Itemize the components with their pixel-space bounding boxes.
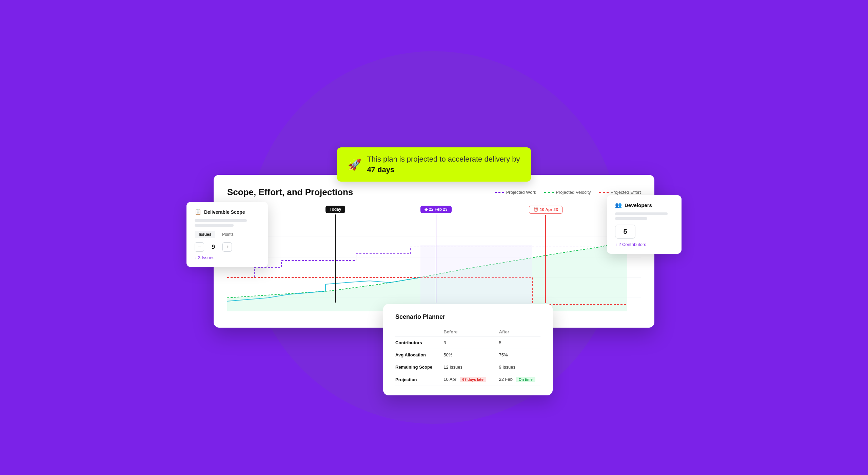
- legend-line-green: [544, 192, 554, 193]
- issues-link[interactable]: ↓ 3 Issues: [195, 255, 260, 260]
- legend-projected-effort: Projected Effort: [599, 190, 641, 195]
- projection-before-date: 10 Apr: [443, 377, 456, 382]
- row-scope-label: Remaining Scope: [395, 361, 437, 373]
- stepper-decrease[interactable]: −: [195, 242, 204, 252]
- col-before: Before: [437, 327, 492, 337]
- contributors-link: ↑ 2 Contributors: [615, 242, 673, 247]
- row-scope-after: 9 Issues: [492, 361, 540, 373]
- line-today: [335, 214, 336, 303]
- legend-line-red: [599, 192, 609, 193]
- badge-late: 67 days late: [460, 377, 486, 382]
- notification-text: This plan is projected to accelerate del…: [367, 154, 520, 175]
- table-row: Remaining Scope 12 Issues 9 Issues: [395, 361, 540, 373]
- row-allocation-label: Avg Allocation: [395, 349, 437, 361]
- col-label: [395, 327, 437, 337]
- line-feb: [436, 214, 436, 303]
- developers-title: Developers: [625, 202, 652, 208]
- badge-apr-label: 10 Apr 23: [540, 207, 558, 212]
- badge-apr: ⏰ 10 Apr 23: [529, 206, 563, 214]
- badge-feb-icon: ◆: [425, 207, 428, 212]
- chart-legend: Projected Work Projected Velocity Projec…: [495, 190, 641, 195]
- table-header-row: Before After: [395, 327, 540, 337]
- stepper-increase[interactable]: +: [222, 242, 232, 252]
- deliverable-title: Deliverable Scope: [204, 209, 245, 215]
- table-row: Avg Allocation 50% 75%: [395, 349, 540, 361]
- marker-today: Today: [326, 206, 345, 303]
- row-projection-after: 22 Feb On time: [492, 373, 540, 386]
- row-contributors-label: Contributors: [395, 337, 437, 349]
- marker-apr: ⏰ 10 Apr 23: [529, 206, 563, 303]
- table-row: Projection 10 Apr 67 days late 22 Feb On…: [395, 373, 540, 386]
- col-after: After: [492, 327, 540, 337]
- notification-text-before: This plan is projected to accelerate del…: [367, 155, 520, 163]
- legend-projected-work: Projected Work: [495, 190, 536, 195]
- dev-stepper: 5: [615, 225, 673, 239]
- projection-after-date: 22 Feb: [499, 377, 513, 382]
- row-projection-before: 10 Apr 67 days late: [437, 373, 492, 386]
- badge-apr-icon: ⏰: [533, 207, 538, 212]
- table-row: Contributors 3 5: [395, 337, 540, 349]
- legend-label-work: Projected Work: [506, 190, 536, 195]
- badge-feb: ◆ 22 Feb 23: [420, 206, 452, 213]
- deliverable-icon: 📋: [195, 209, 201, 215]
- line-apr: [545, 215, 546, 303]
- notification-days: 47 days: [367, 165, 394, 174]
- developers-header: 👥 Developers: [615, 202, 673, 208]
- row-projection-label: Projection: [395, 373, 437, 386]
- scenario-title: Scenario Planner: [395, 313, 540, 321]
- chart-title: Scope, Effort, and Projections: [227, 187, 353, 198]
- badge-today: Today: [326, 206, 345, 213]
- row-allocation-after: 75%: [492, 349, 540, 361]
- main-container: 🚀 This plan is projected to accelerate d…: [214, 147, 654, 328]
- badge-ontime: On time: [516, 377, 535, 382]
- row-contributors-before: 3: [437, 337, 492, 349]
- stepper-value: 9: [208, 244, 218, 251]
- chart-area: Today ◆ 22 Feb 23 ⏰ 10 Apr 23: [227, 206, 641, 314]
- developers-card: 👥 Developers 5 ↑ 2 Contributors: [607, 195, 682, 254]
- chart-card: Scope, Effort, and Projections Projected…: [214, 175, 654, 328]
- chart-header: Scope, Effort, and Projections Projected…: [227, 187, 641, 198]
- tab-group: Issues Points: [195, 231, 260, 238]
- dev-bar-1: [615, 212, 668, 215]
- rocket-icon: 🚀: [348, 158, 361, 171]
- deliverable-card: 📋 Deliverable Scope Issues Points − 9 + …: [186, 202, 268, 267]
- tab-issues[interactable]: Issues: [195, 231, 215, 238]
- deliverable-bar-2: [195, 224, 234, 227]
- legend-projected-velocity: Projected Velocity: [544, 190, 591, 195]
- row-contributors-after: 5: [492, 337, 540, 349]
- legend-label-velocity: Projected Velocity: [556, 190, 591, 195]
- scenario-card: Scenario Planner Before After Contributo…: [383, 304, 553, 395]
- dev-bar-2: [615, 217, 647, 220]
- row-scope-before: 12 Issues: [437, 361, 492, 373]
- legend-label-effort: Projected Effort: [611, 190, 641, 195]
- scenario-table: Before After Contributors 3 5 Avg Alloca…: [395, 327, 540, 386]
- marker-feb: ◆ 22 Feb 23: [420, 206, 452, 303]
- deliverable-header: 📋 Deliverable Scope: [195, 209, 260, 215]
- developers-icon: 👥: [615, 202, 622, 208]
- deliverable-bar-1: [195, 219, 247, 222]
- dev-stepper-value: 5: [615, 225, 635, 239]
- row-allocation-before: 50%: [437, 349, 492, 361]
- tab-points[interactable]: Points: [218, 231, 237, 238]
- legend-line-purple: [495, 192, 504, 193]
- badge-feb-label: 22 Feb 23: [429, 207, 448, 212]
- notification-banner: 🚀 This plan is projected to accelerate d…: [337, 147, 531, 182]
- stepper: − 9 +: [195, 242, 260, 252]
